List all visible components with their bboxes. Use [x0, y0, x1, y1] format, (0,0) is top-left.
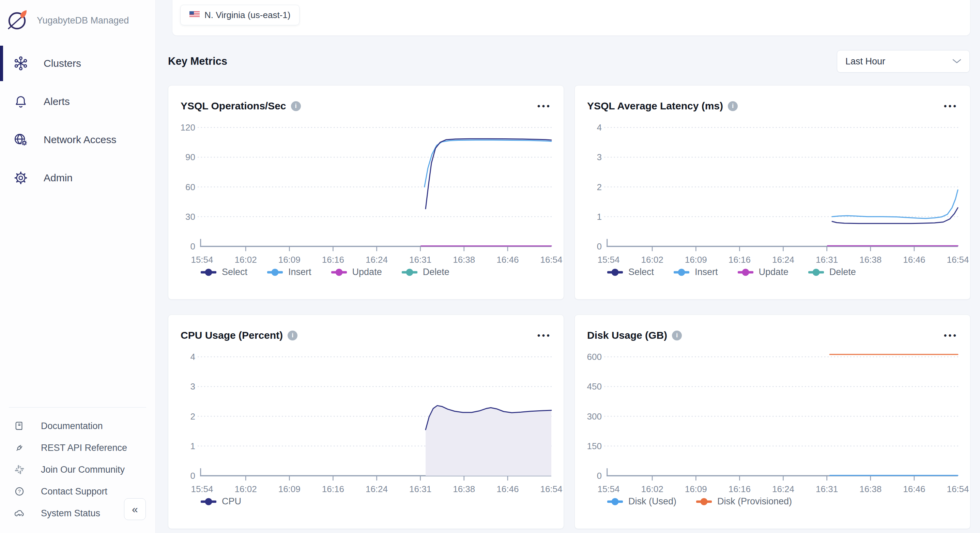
page-title: Key Metrics — [168, 55, 227, 67]
svg-text:300: 300 — [587, 411, 602, 422]
card-ysql-operations: YSQL Operations/Sec i ••• 030609012015:5… — [168, 85, 564, 299]
legend-item[interactable]: Update — [331, 267, 382, 277]
svg-text:16:54: 16:54 — [540, 255, 562, 265]
svg-text:30: 30 — [185, 212, 195, 222]
legend-marker-icon — [267, 268, 283, 276]
chevron-down-icon — [952, 59, 961, 64]
legend-label: Disk (Used) — [628, 496, 676, 507]
chart-legend: CPU — [168, 496, 563, 507]
sidebar-item-label: REST API Reference — [41, 443, 127, 453]
sidebar-item-label: Join Our Community — [41, 465, 125, 475]
svg-text:16:46: 16:46 — [496, 255, 519, 265]
legend-label: CPU — [222, 496, 241, 507]
time-range-value: Last Hour — [845, 56, 885, 67]
legend-item[interactable]: Disk (Used) — [607, 496, 676, 507]
svg-text:16:38: 16:38 — [859, 484, 881, 494]
svg-text:16:31: 16:31 — [409, 255, 431, 265]
sidebar-item-join-our-community[interactable]: Join Our Community — [9, 459, 146, 480]
divider — [9, 407, 146, 407]
svg-text:2: 2 — [191, 411, 195, 422]
svg-text:15:54: 15:54 — [191, 484, 213, 494]
legend-item[interactable]: Delete — [808, 267, 856, 277]
svg-text:16:46: 16:46 — [903, 255, 925, 265]
chart-ysql-latency[interactable]: 0123415:5416:0216:0916:1616:2416:3116:38… — [575, 116, 970, 266]
svg-text:15:54: 15:54 — [191, 255, 213, 265]
legend-item[interactable]: Select — [607, 267, 654, 277]
chart-ysql-operations[interactable]: 030609012015:5416:0216:0916:1616:2416:31… — [168, 116, 564, 266]
chart-title: Disk Usage (GB) — [587, 329, 667, 341]
svg-text:120: 120 — [181, 123, 195, 132]
card-header: YSQL Average Latency (ms) i ••• — [575, 86, 970, 116]
card-ysql-latency: YSQL Average Latency (ms) i ••• 0123415:… — [574, 85, 970, 299]
legend-item[interactable]: Update — [738, 267, 789, 277]
legend-label: Select — [628, 267, 654, 277]
chart-cpu-usage[interactable]: 0123415:5416:0216:0916:1616:2416:3116:38… — [168, 345, 564, 495]
book-icon — [14, 420, 25, 432]
sidebar-item-rest-api-reference[interactable]: REST API Reference — [9, 437, 146, 459]
svg-text:16:16: 16:16 — [729, 255, 751, 265]
svg-text:4: 4 — [191, 352, 195, 362]
region-chip[interactable]: N. Virginia (us-east-1) — [180, 5, 299, 25]
brand-logo[interactable]: YugabyteDB Managed — [0, 0, 155, 35]
svg-text:15:54: 15:54 — [597, 255, 619, 265]
card-header: CPU Usage (Percent) i ••• — [168, 315, 563, 345]
svg-text:16:38: 16:38 — [859, 255, 881, 265]
sidebar-item-admin[interactable]: Admin — [0, 159, 155, 197]
svg-text:16:24: 16:24 — [772, 484, 794, 494]
legend-marker-icon — [201, 268, 216, 276]
yugabyte-logo-icon — [6, 8, 29, 33]
more-menu-icon[interactable]: ••• — [538, 331, 551, 340]
svg-text:0: 0 — [191, 241, 195, 251]
legend-item[interactable]: Insert — [674, 267, 718, 277]
sidebar-item-documentation[interactable]: Documentation — [9, 415, 146, 437]
legend-label: Disk (Provisioned) — [717, 496, 792, 507]
chart-legend: Disk (Used)Disk (Provisioned) — [575, 496, 970, 507]
sidebar-item-clusters[interactable]: Clusters — [0, 44, 155, 83]
svg-text:16:09: 16:09 — [278, 255, 301, 265]
legend-item[interactable]: Insert — [267, 267, 312, 277]
info-icon[interactable]: i — [291, 101, 301, 111]
chart-title: YSQL Average Latency (ms) — [587, 100, 723, 112]
plug-icon — [14, 442, 25, 453]
svg-text:16:16: 16:16 — [729, 484, 751, 494]
svg-text:?: ? — [18, 489, 21, 494]
time-range-select[interactable]: Last Hour — [837, 50, 970, 73]
info-icon[interactable]: i — [672, 331, 682, 340]
svg-text:15:54: 15:54 — [597, 484, 619, 494]
svg-text:16:54: 16:54 — [540, 484, 562, 494]
app-root: YugabyteDB Managed Clusters — [0, 0, 980, 533]
svg-text:60: 60 — [185, 182, 195, 192]
cluster-top-panel: N. Virginia (us-east-1) — [172, 0, 970, 36]
metrics-header: Key Metrics Last Hour — [168, 50, 970, 73]
more-menu-icon[interactable]: ••• — [944, 102, 958, 110]
legend-marker-icon — [808, 268, 824, 276]
main-content: N. Virginia (us-east-1) Key Metrics Last… — [156, 0, 980, 533]
svg-text:16:02: 16:02 — [235, 484, 257, 494]
chart-disk-usage[interactable]: 015030045060015:5416:0216:0916:1616:2416… — [575, 345, 970, 495]
info-icon[interactable]: i — [288, 331, 298, 340]
svg-text:16:16: 16:16 — [322, 484, 344, 494]
info-icon[interactable]: i — [728, 101, 738, 111]
legend-item[interactable]: CPU — [201, 496, 241, 507]
svg-text:4: 4 — [597, 123, 602, 132]
clusters-icon — [13, 56, 29, 71]
sidebar-collapse-button[interactable]: « — [124, 498, 146, 520]
legend-item[interactable]: Select — [201, 267, 247, 277]
legend-label: Update — [352, 267, 382, 277]
more-menu-icon[interactable]: ••• — [538, 102, 551, 110]
more-menu-icon[interactable]: ••• — [944, 331, 958, 340]
sidebar-item-alerts[interactable]: Alerts — [0, 83, 155, 121]
svg-text:16:16: 16:16 — [322, 255, 344, 265]
sidebar-item-label: Alerts — [44, 96, 70, 107]
sidebar-item-label: Admin — [44, 172, 73, 184]
sidebar-item-network-access[interactable]: Network Access — [0, 121, 155, 159]
svg-text:16:38: 16:38 — [453, 484, 475, 494]
legend-marker-icon — [696, 498, 712, 506]
legend-item[interactable]: Disk (Provisioned) — [696, 496, 792, 507]
svg-text:16:24: 16:24 — [772, 255, 794, 265]
svg-text:16:02: 16:02 — [641, 255, 663, 265]
legend-label: Select — [222, 267, 247, 277]
sidebar-item-label: Documentation — [41, 421, 103, 431]
chart-legend: SelectInsertUpdateDelete — [575, 267, 970, 277]
legend-item[interactable]: Delete — [402, 267, 449, 277]
